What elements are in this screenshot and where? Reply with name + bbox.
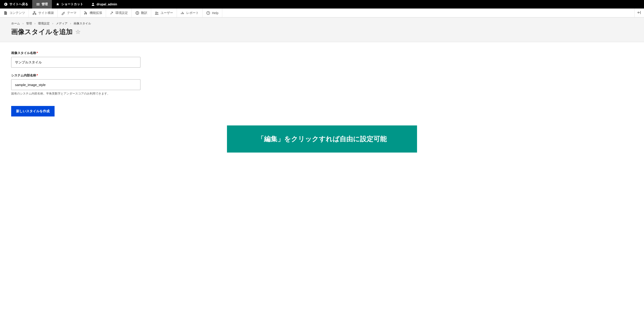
form-item-machine: システム内部名称* 固有のシステム内部名称。半角英数字とアンダースコアのみ利用で… — [11, 73, 633, 96]
page-title-text: 画像スタイルを追加 — [11, 27, 73, 37]
nav-content[interactable]: コンテンツ — [0, 9, 29, 17]
breadcrumb-sep: › — [34, 22, 35, 25]
shortcuts-label: ショートカット — [61, 2, 83, 6]
star-icon — [56, 3, 60, 6]
toolbar-spacer — [222, 9, 634, 17]
page-title: 画像スタイルを追加 ☆ — [11, 27, 633, 37]
breadcrumb-sep: › — [52, 22, 53, 25]
nav-appearance-label: テーマ — [67, 11, 76, 15]
breadcrumb-sep: › — [70, 22, 71, 25]
breadcrumb-sep: › — [22, 22, 24, 25]
back-to-site[interactable]: サイトへ戻る — [0, 0, 32, 9]
form-item-name: 画像スタイル名称* — [11, 51, 633, 68]
config-icon — [110, 11, 114, 15]
manage-label: 管理 — [42, 2, 48, 6]
nav-config[interactable]: 環境設定 — [106, 9, 132, 17]
nav-extend-label: 機能拡張 — [90, 11, 102, 15]
main-content: 画像スタイル名称* システム内部名称* 固有のシステム内部名称。半角英数字とアン… — [0, 42, 644, 161]
svg-point-3 — [156, 12, 157, 13]
extend-icon — [84, 11, 88, 15]
back-to-site-label: サイトへ戻る — [10, 2, 28, 6]
nav-reports-label: レポート — [186, 11, 199, 15]
nav-extend[interactable]: 機能拡張 — [80, 9, 106, 17]
toolbar-collapse[interactable] — [634, 9, 644, 17]
submit-button[interactable]: 新しいスタイルを作成 — [11, 106, 54, 116]
toolbar-top: サイトへ戻る 管理 ショートカット drupal_admin — [0, 0, 644, 9]
breadcrumb-item[interactable]: 環境設定 — [38, 22, 50, 25]
structure-icon — [32, 11, 36, 15]
machine-label-text: システム内部名称 — [11, 73, 36, 77]
reports-icon — [180, 11, 184, 15]
nav-config-label: 環境設定 — [116, 11, 128, 15]
name-label: 画像スタイル名称* — [11, 51, 633, 55]
toolbar-admin: コンテンツ サイト構築 テーマ 機能拡張 環境設定 翻訳 ユーザー レポート ?… — [0, 9, 644, 18]
breadcrumb-item[interactable]: ホーム — [11, 22, 20, 25]
required-marker: * — [37, 73, 38, 77]
nav-translate-label: 翻訳 — [141, 11, 147, 15]
nav-translate[interactable]: 翻訳 — [132, 9, 151, 17]
name-input[interactable] — [11, 57, 140, 68]
nav-structure-label: サイト構築 — [38, 11, 54, 15]
nav-help-label: Help — [212, 11, 218, 15]
annotation-banner: 「編集」をクリックすれば自由に設定可能 — [227, 125, 417, 152]
name-label-text: 画像スタイル名称 — [11, 51, 36, 55]
shortcut-star-icon[interactable]: ☆ — [75, 29, 80, 35]
required-marker: * — [37, 51, 38, 55]
nav-people[interactable]: ユーザー — [151, 9, 177, 17]
nav-reports[interactable]: レポート — [177, 9, 202, 17]
people-icon — [155, 11, 159, 15]
hamburger-icon — [36, 3, 40, 6]
machine-input[interactable] — [11, 79, 140, 90]
breadcrumb: ホーム › 管理 › 環境設定 › メディア › 画像スタイル — [11, 22, 633, 26]
collapse-icon — [637, 11, 641, 15]
breadcrumb-item[interactable]: 管理 — [26, 22, 32, 25]
nav-people-label: ユーザー — [160, 11, 173, 15]
appearance-icon — [61, 11, 65, 15]
breadcrumb-item[interactable]: 画像スタイル — [74, 22, 91, 25]
manage-toggle[interactable]: 管理 — [32, 0, 52, 9]
nav-content-label: コンテンツ — [10, 11, 25, 15]
back-arrow-icon — [4, 3, 8, 6]
svg-point-0 — [4, 3, 8, 6]
machine-description: 固有のシステム内部名称。半角英数字とアンダースコアのみ利用できます。 — [11, 92, 633, 96]
nav-appearance[interactable]: テーマ — [58, 9, 80, 17]
translate-icon — [135, 11, 139, 15]
region-header: ホーム › 管理 › 環境設定 › メディア › 画像スタイル 画像スタイルを追… — [0, 18, 644, 42]
svg-point-4 — [157, 12, 158, 13]
nav-help[interactable]: ? Help — [202, 9, 222, 17]
svg-point-1 — [92, 3, 94, 4]
breadcrumb-item[interactable]: メディア — [56, 22, 68, 25]
file-icon — [4, 11, 8, 15]
user-icon — [91, 3, 95, 6]
help-icon: ? — [206, 11, 210, 15]
machine-label: システム内部名称* — [11, 73, 633, 78]
svg-text:?: ? — [208, 12, 209, 14]
nav-structure[interactable]: サイト構築 — [29, 9, 58, 17]
user-menu[interactable]: drupal_admin — [87, 0, 121, 9]
user-label: drupal_admin — [96, 3, 117, 6]
shortcuts[interactable]: ショートカット — [52, 0, 87, 9]
